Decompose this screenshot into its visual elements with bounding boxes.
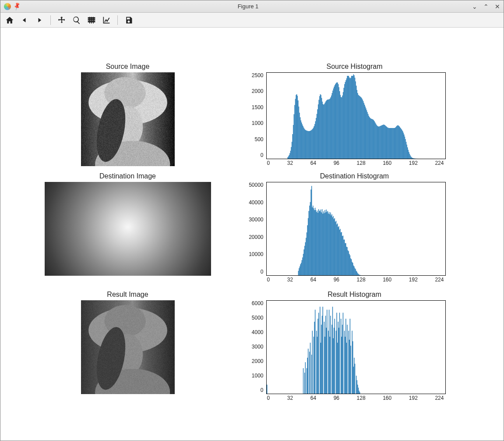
figure-window: 📌 Figure 1 ⌄ ⌃ ✕ Source Image Source His… (0, 0, 504, 441)
source-hist-panel: Source Histogram 25002000150010005000 03… (241, 63, 469, 168)
result-image (81, 300, 175, 394)
axes-button[interactable] (102, 15, 111, 25)
y-ticks: 50000400003000020000100000 (245, 182, 264, 275)
separator (117, 15, 118, 25)
destination-image (45, 182, 211, 276)
result-image-panel: Result Image (36, 291, 220, 405)
zoom-button[interactable] (72, 15, 81, 25)
subplot-title: Result Histogram (328, 291, 381, 299)
titlebar: 📌 Figure 1 ⌄ ⌃ ✕ (0, 0, 504, 13)
y-ticks: 6000500040003000200010000 (245, 300, 264, 393)
home-button[interactable] (5, 15, 14, 25)
subplot-title: Destination Histogram (320, 172, 389, 180)
forward-button[interactable] (35, 15, 44, 25)
pan-button[interactable] (57, 15, 67, 25)
dest-image-panel: Destination Image (36, 172, 220, 286)
minimize-icon[interactable]: ⌄ (472, 3, 477, 10)
x-ticks: 0326496128160192224 (266, 160, 445, 166)
source-image-panel: Source Image (36, 63, 220, 168)
subplot-title: Source Histogram (326, 63, 382, 71)
result-hist-panel: Result Histogram 60005000400030002000100… (241, 291, 469, 405)
save-button[interactable] (124, 15, 134, 25)
result-histogram (266, 300, 446, 394)
mpl-toolbar (0, 13, 504, 28)
window-controls: ⌄ ⌃ ✕ (472, 3, 500, 10)
back-button[interactable] (20, 15, 29, 25)
source-image (81, 72, 175, 166)
window-title: Figure 1 (24, 3, 472, 10)
x-ticks: 0326496128160192224 (266, 277, 445, 283)
dest-hist-panel: Destination Histogram 500004000030000200… (241, 172, 469, 286)
y-ticks: 25002000150010005000 (245, 72, 264, 158)
subplot-title: Result Image (107, 291, 148, 299)
subplot-title: Source Image (106, 63, 150, 71)
subplot-title: Destination Image (99, 172, 156, 180)
close-icon[interactable]: ✕ (495, 3, 500, 10)
source-histogram (266, 72, 446, 159)
maximize-icon[interactable]: ⌃ (483, 3, 489, 10)
subplots-button[interactable] (87, 15, 96, 25)
x-ticks: 0326496128160192224 (266, 395, 445, 401)
separator (50, 15, 51, 25)
pin-icon[interactable]: 📌 (12, 2, 21, 11)
app-icon (4, 3, 11, 10)
plot-canvas[interactable]: Source Image Source Histogram 2500200015… (0, 28, 504, 441)
destination-histogram (266, 182, 446, 276)
